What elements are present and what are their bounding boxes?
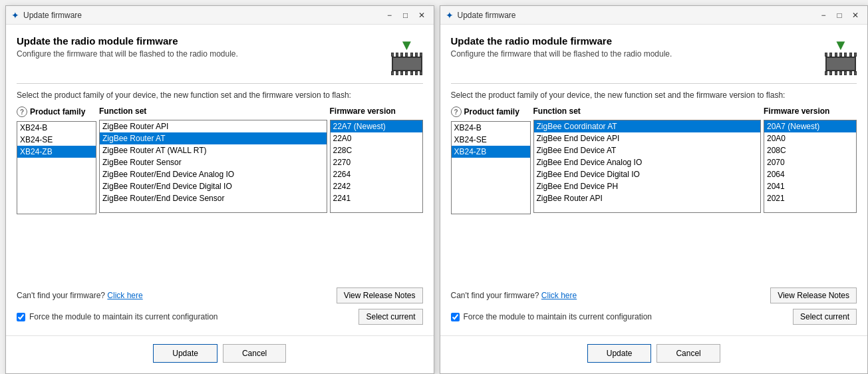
help-icon[interactable]: ? [451, 106, 462, 117]
firmware-version-column: Firmware version 22A7 (Newest)22A0228C22… [330, 106, 423, 282]
firmware-version-item[interactable]: 2264 [331, 168, 422, 180]
update-firmware-dialog: ✦ Update firmware − □ ✕ Update the radio… [440, 5, 869, 374]
function-set-item[interactable]: ZigBee Router API [100, 120, 327, 132]
force-config-checkbox[interactable] [451, 313, 460, 321]
product-family-listbox[interactable]: XB24-BXB24-SEXB24-ZB [451, 121, 531, 214]
title-bar-left: ✦ Update firmware [446, 10, 516, 21]
firmware-version-item[interactable]: 2041 [764, 180, 856, 192]
force-config-checkbox-label[interactable]: Force the module to maintain its current… [451, 312, 652, 321]
function-set-item[interactable]: ZigBee End Device Analog IO [534, 156, 761, 168]
force-config-text: Force the module to maintain its current… [464, 312, 652, 321]
chip-icon [825, 53, 857, 75]
firmware-version-item[interactable]: 2241 [331, 192, 422, 204]
function-set-item[interactable]: ZigBee Router Sensor [100, 156, 327, 168]
firmware-version-item[interactable]: 2242 [331, 180, 422, 192]
force-config-checkbox-label[interactable]: Force the module to maintain its current… [17, 312, 217, 321]
bottom-buttons: Update Cancel [440, 335, 868, 373]
firmware-version-item[interactable]: 228C [331, 144, 422, 156]
firmware-version-item[interactable]: 2021 [764, 192, 856, 204]
function-set-item[interactable]: ZigBee Router API [534, 192, 761, 204]
force-config-checkbox[interactable] [17, 313, 25, 321]
product-family-item[interactable]: XB24-B [452, 122, 530, 134]
product-family-item[interactable]: XB24-ZB [452, 146, 530, 158]
app-icon: ✦ [11, 10, 19, 21]
product-family-item[interactable]: XB24-SE [452, 134, 530, 146]
cancel-button[interactable]: Cancel [223, 344, 286, 363]
firmware-version-listbox[interactable]: 20A7 (Newest)20A0208C2070206420412021 [764, 120, 857, 213]
function-set-header: Function set [533, 106, 762, 117]
minimize-button[interactable]: − [817, 9, 830, 22]
product-family-header: ? Product family [17, 106, 96, 118]
function-set-item[interactable]: ZigBee Router/End Device Digital IO [100, 180, 327, 192]
firmware-icon: ▼ [825, 38, 857, 75]
firmware-version-item[interactable]: 22A7 (Newest) [331, 120, 422, 132]
function-set-item[interactable]: ZigBee Router AT [100, 132, 327, 144]
firmware-version-item[interactable]: 20A7 (Newest) [764, 120, 856, 132]
help-icon[interactable]: ? [17, 106, 27, 117]
view-release-notes-button[interactable]: View Release Notes [337, 287, 423, 303]
function-set-item[interactable]: ZigBee End Device API [534, 132, 761, 144]
cant-find-text: Can't find your firmware? Click here [17, 291, 143, 300]
title-bar-controls: − □ ✕ [383, 9, 428, 22]
close-button[interactable]: ✕ [849, 9, 862, 22]
click-here-link[interactable]: Click here [107, 291, 142, 300]
header-section: Update the radio module firmware Configu… [451, 35, 857, 75]
instruction-text: Select the product family of your device… [17, 83, 423, 100]
dialog-subtext: Configure the firmware that will be flas… [451, 49, 672, 59]
function-set-item[interactable]: ZigBee Router AT (WALL RT) [100, 144, 327, 156]
view-release-notes-button[interactable]: View Release Notes [770, 287, 857, 303]
product-family-item[interactable]: XB24-ZB [17, 146, 96, 158]
cant-find-text: Can't find your firmware? Click here [451, 291, 577, 300]
product-family-label: Product family [464, 107, 519, 116]
maximize-button[interactable]: □ [399, 9, 412, 22]
update-firmware-dialog: ✦ Update firmware − □ ✕ Update the radio… [5, 5, 434, 374]
firmware-version-listbox[interactable]: 22A7 (Newest)22A0228C2270226422422241 [330, 120, 423, 213]
product-family-label: Product family [30, 107, 85, 116]
firmware-version-item[interactable]: 2270 [331, 156, 422, 168]
function-set-item[interactable]: ZigBee End Device AT [534, 144, 761, 156]
minimize-button[interactable]: − [383, 9, 396, 22]
firmware-version-item[interactable]: 2064 [764, 168, 856, 180]
header-text: Update the radio module firmware Configu… [17, 35, 238, 59]
function-set-item[interactable]: ZigBee Coordinator AT [534, 120, 761, 132]
columns-container: ? Product family XB24-BXB24-SEXB24-ZB Fu… [451, 106, 857, 282]
function-set-item[interactable]: ZigBee Router/End Device Analog IO [100, 168, 327, 180]
select-current-button[interactable]: Select current [359, 309, 422, 325]
function-set-listbox[interactable]: ZigBee Coordinator ATZigBee End Device A… [533, 120, 762, 213]
firmware-link-row: Can't find your firmware? Click here Vie… [17, 287, 423, 303]
product-family-header: ? Product family [451, 106, 531, 118]
select-current-button[interactable]: Select current [793, 309, 857, 325]
click-here-link[interactable]: Click here [541, 291, 577, 300]
firmware-icon: ▼ [391, 38, 423, 75]
firmware-version-item[interactable]: 208C [764, 144, 856, 156]
function-set-label: Function set [99, 106, 146, 116]
close-button[interactable]: ✕ [415, 9, 428, 22]
title-bar-controls: − □ ✕ [817, 9, 862, 22]
firmware-version-item[interactable]: 2070 [764, 156, 856, 168]
title-bar: ✦ Update firmware − □ ✕ [6, 6, 434, 25]
function-set-column: Function set ZigBee Coordinator ATZigBee… [533, 106, 762, 282]
bottom-buttons: Update Cancel [6, 335, 434, 373]
product-family-listbox[interactable]: XB24-BXB24-SEXB24-ZB [17, 121, 96, 214]
checkbox-row: Force the module to maintain its current… [17, 309, 423, 325]
firmware-version-item[interactable]: 20A0 [764, 132, 856, 144]
function-set-item[interactable]: ZigBee End Device PH [534, 180, 761, 192]
window-title: Update firmware [458, 11, 516, 20]
function-set-label: Function set [533, 106, 581, 116]
function-set-item[interactable]: ZigBee End Device Digital IO [534, 168, 761, 180]
update-button[interactable]: Update [153, 344, 217, 363]
cancel-button[interactable]: Cancel [656, 344, 720, 363]
dialog-heading: Update the radio module firmware [451, 35, 672, 47]
update-button[interactable]: Update [587, 344, 652, 363]
function-set-listbox[interactable]: ZigBee Router APIZigBee Router ATZigBee … [99, 120, 327, 213]
product-family-item[interactable]: XB24-B [17, 122, 96, 134]
download-arrow-icon: ▼ [400, 38, 414, 53]
maximize-button[interactable]: □ [833, 9, 846, 22]
function-set-item[interactable]: ZigBee Router/End Device Sensor [100, 192, 327, 204]
title-bar-left: ✦ Update firmware [11, 10, 82, 21]
function-set-header: Function set [99, 106, 327, 117]
product-family-item[interactable]: XB24-SE [17, 134, 96, 146]
product-family-column: ? Product family XB24-BXB24-SEXB24-ZB [451, 106, 531, 282]
dialog-body: Update the radio module firmware Configu… [6, 25, 434, 335]
firmware-version-item[interactable]: 22A0 [331, 132, 422, 144]
